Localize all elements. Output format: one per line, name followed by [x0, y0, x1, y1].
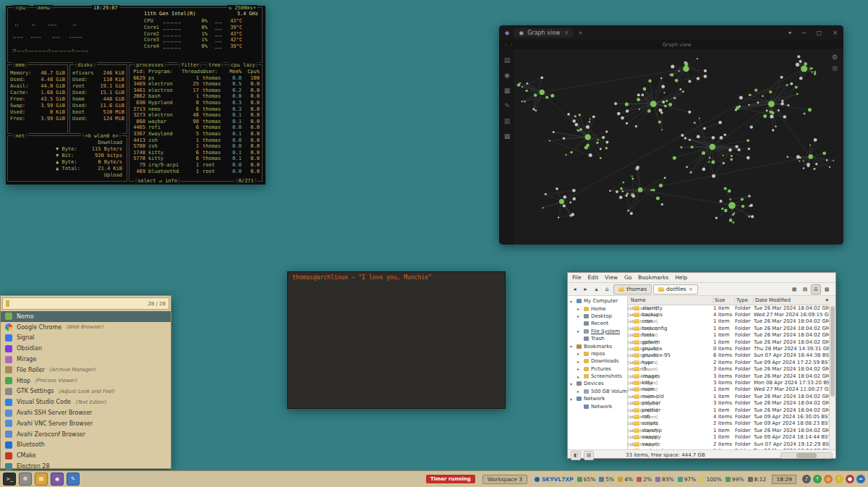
workspace-indicator[interactable]: Workspace 3: [482, 475, 527, 484]
file-row[interactable]: [object Object] hypr 2 items Folder Tue …: [628, 359, 830, 365]
expander-icon[interactable]: ▸: [577, 313, 582, 318]
row-expander-icon[interactable]: [object Object]: [628, 428, 634, 433]
expander-icon[interactable]: ▸: [577, 374, 582, 379]
back-button[interactable]: ◂: [570, 284, 579, 294]
expander-icon[interactable]: ▸: [577, 351, 582, 356]
menu-item[interactable]: CMake: [1, 450, 171, 461]
column-name[interactable]: Name: [628, 297, 713, 303]
thumbnail-view-icon[interactable]: ▩: [822, 284, 832, 295]
menu-item[interactable]: Obsidian: [1, 343, 171, 354]
row-expander-icon[interactable]: [object Object]: [628, 313, 634, 317]
row-expander-icon[interactable]: [object Object]: [628, 374, 634, 378]
minimize-icon[interactable]: ─: [802, 30, 806, 36]
expander-icon[interactable]: ▸: [577, 359, 582, 364]
row-expander-icon[interactable]: [object Object]: [628, 442, 634, 446]
templates-icon[interactable]: ▥: [504, 117, 511, 124]
notifications-icon[interactable]: !: [835, 475, 843, 483]
file-row[interactable]: [object Object] swappy 1 item Folder Tue…: [628, 433, 830, 440]
btop-disks-tab[interactable]: disks: [74, 62, 97, 68]
file-row[interactable]: [object Object] gruvbox 0 items Folder T…: [628, 345, 830, 352]
process-row[interactable]: 698 Hyprland 8 thomas 0.3 0.0: [129, 100, 262, 106]
menu-item[interactable]: Avahi SSH Server Browser: [1, 407, 171, 418]
sidebar-item[interactable]: ▸ Downloads: [568, 357, 627, 365]
col-user[interactable]: User:: [199, 69, 226, 75]
file-row[interactable]: [object Object] prettier 1 item Folder T…: [628, 407, 830, 413]
sidebar-item[interactable]: Trash: [568, 335, 627, 342]
menu-item[interactable]: Visual Studio Code (Text Editor): [1, 397, 171, 407]
file-row[interactable]: [object Object] swaync 2 items Folder Su…: [628, 441, 830, 447]
path-segment-thomas[interactable]: thomas: [613, 284, 652, 295]
list-view-icon[interactable]: ☰: [811, 284, 821, 295]
side-pane-toggle-icon[interactable]: ◧: [571, 451, 581, 460]
file-row[interactable]: [object Object] systemd 1 item Folder Tu…: [628, 447, 830, 449]
trash-launcher-icon[interactable]: ♻: [19, 473, 32, 486]
btop-net-iface-switcher[interactable]: <b wlan0 n>: [81, 133, 122, 139]
sidebar-item[interactable]: ▸ 500 GB Volume: [568, 388, 627, 395]
row-expander-icon[interactable]: [object Object]: [628, 401, 634, 405]
col-threads[interactable]: Threads:: [182, 69, 199, 75]
menu-search-box[interactable]: 28 / 28: [2, 297, 169, 310]
sidebar-item[interactable]: ▸ repos: [568, 350, 627, 357]
row-expander-icon[interactable]: [object Object]: [628, 353, 634, 357]
process-row[interactable]: 868 waybar 98 thomas 0.1 0.0: [129, 119, 262, 125]
col-mem[interactable]: Mem%: [226, 69, 242, 75]
process-row[interactable]: 1748 kitty 6 thomas 0.1 0.0: [129, 150, 262, 156]
graph-canvas[interactable]: ⚙ ◎: [516, 49, 843, 245]
file-row[interactable]: [object Object] polybar 3 items Folder T…: [628, 399, 830, 406]
col-program[interactable]: Program:: [145, 69, 182, 75]
close-icon[interactable]: ×: [833, 30, 838, 36]
row-expander-icon[interactable]: [object Object]: [628, 360, 634, 365]
column-date[interactable]: Date Modified ▾: [754, 297, 835, 303]
expander-icon[interactable]: ▸: [577, 306, 582, 311]
menu-item[interactable]: Avahi Zeroconf Browser: [1, 429, 171, 440]
scrollbar-thumb[interactable]: [796, 453, 817, 458]
process-row[interactable]: 4413 zsh 1 thomas 0.0 0.0: [129, 137, 262, 144]
file-row[interactable]: [object Object] gruvbox-95 6 items Folde…: [628, 352, 830, 359]
file-row[interactable]: [object Object] cron 1 item Folder Tue 2…: [628, 318, 830, 325]
file-row[interactable]: [object Object] fontconfig 1 item Folder…: [628, 325, 830, 331]
menu-item[interactable]: GTK Settings (Adjust Look and Feel): [1, 386, 171, 397]
scrollbar-thumb[interactable]: [830, 306, 835, 397]
file-row[interactable]: [object Object] fonts 1 item Folder Tue …: [628, 332, 830, 339]
app-menu[interactable]: 28 / 28 Nemo Google Chrome (Web Browser)…: [0, 295, 171, 469]
process-row[interactable]: 469 bluetoothd 1 root 0.0 0.0: [129, 169, 262, 175]
nav-back-icon[interactable]: ‹: [505, 42, 511, 48]
menu-item[interactable]: Nemo: [1, 311, 171, 322]
column-chooser-icon[interactable]: ▾: [825, 297, 828, 303]
btop-refresh-interval[interactable]: ↻ 2500ms+: [227, 5, 258, 11]
process-row[interactable]: 2062 bash 1 thomas 0.0 0.0: [129, 93, 262, 100]
process-row[interactable]: 2713 nemo 6 thomas 0.3 0.0: [129, 106, 262, 113]
command-palette-icon[interactable]: ▩: [504, 132, 511, 140]
sidebar-item[interactable]: Network: [568, 402, 627, 410]
file-row[interactable]: [object Object] gpferm 1 item Folder Tue…: [628, 339, 830, 345]
vertical-scrollbar[interactable]: [829, 305, 835, 449]
process-row[interactable]: 5770 kitty 6 thomas 0.1 0.0: [129, 156, 262, 162]
process-row[interactable]: 3469 electron 25 thomas 0.5 0.0: [129, 81, 262, 88]
menubar-item[interactable]: File: [572, 274, 582, 281]
btop-tree-toggle[interactable]: tree: [205, 62, 224, 68]
sidebar-item[interactable]: ▾ Devices: [568, 380, 627, 387]
menu-item[interactable]: Avahi VNC Server Browser: [1, 418, 171, 429]
expander-icon[interactable]: ▸: [577, 366, 582, 371]
btop-mem-tab[interactable]: mem: [12, 62, 28, 68]
btop-cpu-tab[interactable]: cpu: [12, 5, 29, 11]
row-expander-icon[interactable]: [object Object]: [628, 333, 634, 337]
updates-icon[interactable]: ↑: [813, 475, 822, 483]
file-row[interactable]: [object Object] images 3 items Folder Tu…: [628, 373, 830, 379]
column-type[interactable]: Type: [735, 297, 754, 303]
tray-network-icon[interactable]: ≈: [856, 475, 865, 483]
row-expander-icon[interactable]: [object Object]: [628, 367, 634, 371]
menu-item[interactable]: Google Chrome (Web Browser): [1, 322, 171, 333]
graph-view-icon[interactable]: ◉: [504, 72, 510, 79]
sidebar-item[interactable]: ▸ Pictures: [568, 365, 627, 373]
menu-item[interactable]: Htop (Process Viewer): [1, 376, 171, 386]
sidebar-item[interactable]: ▸ Home: [568, 305, 627, 312]
clock[interactable]: 18:29: [772, 475, 796, 484]
menu-item[interactable]: File Roller (Archive Manager): [1, 365, 171, 376]
menubar-item[interactable]: Edit: [588, 274, 599, 281]
tab-list-chevron-icon[interactable]: ▾: [788, 30, 791, 36]
file-row[interactable]: [object Object] nvim 1 item Folder Wed 2…: [628, 386, 830, 393]
row-expander-icon[interactable]: [object Object]: [628, 340, 634, 344]
new-tab-icon[interactable]: +: [578, 30, 583, 36]
sidebar-item[interactable]: ▾ Bookmarks: [568, 342, 627, 350]
